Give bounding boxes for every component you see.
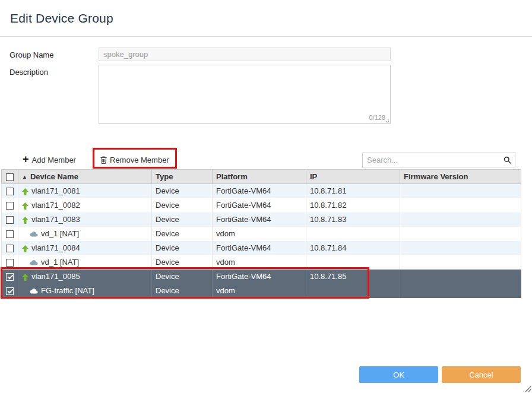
search-input[interactable]	[363, 156, 504, 164]
description-field-wrap: 0/128	[99, 65, 391, 124]
device-platform: FortiGate-VM64	[213, 241, 306, 255]
device-up-icon	[22, 274, 28, 281]
device-name: vd_1 [NAT]	[41, 229, 79, 238]
cloud-icon	[30, 260, 38, 265]
device-firmware	[400, 284, 521, 298]
cancel-button[interactable]: Cancel	[442, 366, 521, 383]
device-firmware	[400, 255, 521, 270]
device-up-icon	[22, 217, 28, 224]
device-firmware	[400, 270, 521, 284]
plus-icon: +	[23, 154, 29, 164]
device-ip: 10.8.71.84	[306, 241, 400, 255]
cloud-icon	[30, 232, 38, 237]
cloud-icon	[30, 289, 38, 294]
group-name-input[interactable]	[99, 47, 391, 61]
table-row-selected[interactable]: vlan171_0085 Device FortiGate-VM64 10.8.…	[2, 270, 521, 284]
remove-member-label: Remove Member	[110, 156, 169, 164]
device-firmware	[400, 227, 521, 241]
device-ip	[306, 284, 400, 298]
table-row[interactable]: vd_1 [NAT] Device vdom	[2, 255, 521, 270]
ok-button[interactable]: OK	[359, 366, 438, 383]
device-type: Device	[152, 241, 213, 255]
device-firmware	[400, 198, 521, 213]
device-firmware	[400, 213, 521, 227]
device-name: FG-traffic [NAT]	[41, 286, 94, 295]
table-header-row: ▲Device Name Type Platform IP Firmware V…	[2, 170, 521, 184]
device-name: vlan171_0085	[31, 272, 80, 281]
textarea-resize-grip[interactable]	[388, 121, 389, 122]
description-label: Description	[10, 68, 48, 77]
row-checkbox[interactable]	[6, 259, 14, 267]
col-platform[interactable]: Platform	[213, 170, 306, 184]
device-type: Device	[152, 270, 213, 284]
table-row[interactable]: vlan171_0084 Device FortiGate-VM64 10.8.…	[2, 241, 521, 255]
table-row[interactable]: vlan171_0081 Device FortiGate-VM64 10.8.…	[2, 184, 521, 198]
trash-icon	[100, 156, 107, 164]
device-name: vd_1 [NAT]	[41, 258, 79, 267]
description-textarea[interactable]	[99, 65, 391, 124]
device-platform: FortiGate-VM64	[213, 198, 306, 213]
col-type[interactable]: Type	[152, 170, 213, 184]
row-checkbox[interactable]	[6, 245, 14, 252]
sort-asc-icon: ▲	[22, 174, 27, 180]
device-type: Device	[152, 255, 213, 270]
device-firmware	[400, 184, 521, 198]
device-name: vlan171_0082	[31, 201, 80, 210]
device-up-icon	[22, 202, 28, 210]
col-ip[interactable]: IP	[306, 170, 400, 184]
dialog-title: Edit Device Group	[10, 11, 113, 26]
device-up-icon	[22, 245, 28, 252]
device-table: ▲Device Name Type Platform IP Firmware V…	[1, 169, 521, 298]
device-ip: 10.8.71.82	[306, 198, 400, 213]
row-checkbox[interactable]	[6, 287, 14, 295]
device-ip	[306, 227, 400, 241]
remove-member-button[interactable]: Remove Member	[100, 151, 169, 168]
device-platform: FortiGate-VM64	[213, 213, 306, 227]
device-up-icon	[22, 188, 28, 195]
add-member-button[interactable]: + Add Member	[23, 151, 76, 168]
device-ip: 10.8.71.83	[306, 213, 400, 227]
device-type: Device	[152, 284, 213, 298]
device-platform: FortiGate-VM64	[213, 270, 306, 284]
search-box	[362, 153, 515, 167]
table-row[interactable]: vlan171_0083 Device FortiGate-VM64 10.8.…	[2, 213, 521, 227]
table-row[interactable]: vd_1 [NAT] Device vdom	[2, 227, 521, 241]
table-row-selected[interactable]: FG-traffic [NAT] Device vdom	[2, 284, 521, 298]
row-checkbox[interactable]	[6, 202, 14, 210]
device-firmware	[400, 241, 521, 255]
add-member-label: Add Member	[32, 156, 76, 164]
device-type: Device	[152, 213, 213, 227]
row-checkbox[interactable]	[6, 273, 14, 281]
table-row[interactable]: vlan171_0082 Device FortiGate-VM64 10.8.…	[2, 198, 521, 213]
select-all-checkbox[interactable]	[6, 173, 14, 181]
row-checkbox[interactable]	[6, 230, 14, 238]
search-icon[interactable]	[504, 156, 515, 164]
col-device-name[interactable]: ▲Device Name	[18, 170, 152, 184]
dialog-header: Edit Device Group	[0, 0, 532, 37]
device-ip: 10.8.71.81	[306, 184, 400, 198]
row-checkbox[interactable]	[6, 216, 14, 224]
char-counter: 0/128	[369, 114, 385, 121]
device-type: Device	[152, 184, 213, 198]
device-name: vlan171_0084	[31, 243, 80, 252]
device-name: vlan171_0081	[31, 186, 80, 195]
edit-device-group-dialog: Edit Device Group Group Name Description…	[0, 0, 532, 393]
device-platform: FortiGate-VM64	[213, 184, 306, 198]
group-name-label: Group Name	[10, 50, 53, 59]
device-platform: vdom	[213, 284, 306, 298]
device-ip: 10.8.71.85	[306, 270, 400, 284]
device-ip	[306, 255, 400, 270]
window-resize-grip[interactable]	[525, 386, 531, 392]
col-firmware[interactable]: Firmware Version	[400, 170, 521, 184]
col-device-name-label: Device Name	[30, 172, 78, 181]
device-platform: vdom	[213, 255, 306, 270]
device-type: Device	[152, 227, 213, 241]
device-type: Device	[152, 198, 213, 213]
row-checkbox[interactable]	[6, 188, 14, 195]
device-name: vlan171_0083	[31, 215, 80, 224]
device-platform: vdom	[213, 227, 306, 241]
